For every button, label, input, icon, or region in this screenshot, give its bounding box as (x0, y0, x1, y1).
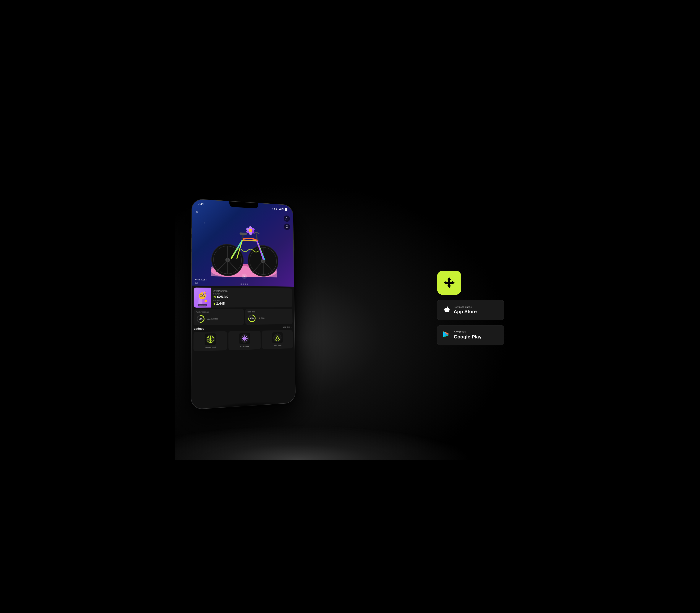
power-icon: ✳ (213, 295, 217, 299)
milestone-goal-2: 🏃 200 (258, 317, 264, 319)
app-icon (437, 271, 461, 295)
dot-1 (241, 284, 242, 285)
svg-point-61 (274, 334, 282, 342)
tier-badge: Silver Tier (198, 304, 207, 306)
rides-badge-svg (206, 335, 215, 344)
google-play-icon (442, 330, 450, 340)
google-play-text: GET IT ON Google Play (454, 331, 481, 340)
profile-avatar: Silver Tier (194, 288, 211, 308)
cyclr-value: ◆ 1,448 (213, 302, 225, 305)
phone-body: 9:41 ▲▲▲ WiFi ▐▌ ✕ ✕ (191, 198, 296, 410)
apple-logo-svg (442, 305, 450, 313)
close-overlay-button[interactable]: ✕ (242, 274, 247, 279)
main-scene: 9:41 ▲▲▲ WiFi ▐▌ ✕ ✕ (175, 153, 525, 460)
cyclr-label: CYCLR (213, 300, 225, 302)
badge-card-rides[interactable]: 25 rides streal (193, 331, 227, 351)
phone-screen: 9:41 ▲▲▲ WiFi ▐▌ ✕ ✕ (191, 199, 295, 409)
badges-header: Badges SEE ALL → (194, 326, 293, 330)
app-logo (442, 275, 457, 290)
milestone-card-2: Next mile 73% (245, 309, 293, 325)
profile-stats: @Willy.wonka POWER ✳ 625.3K (211, 288, 293, 308)
svg-line-15 (256, 234, 257, 240)
goal-label-1: 🚲 25 rides (207, 317, 218, 320)
app-store-subtitle: Download on the (454, 305, 477, 308)
dot-2 (243, 284, 244, 285)
dot-3 (245, 284, 246, 285)
svg-rect-14 (239, 232, 247, 235)
app-store-button[interactable]: Download on the App Store (437, 300, 504, 320)
badge-icon-rides (205, 334, 216, 345)
badge-name-rides: 25 rides streal (205, 347, 216, 349)
milestone-label-2: Next mile (247, 311, 290, 313)
milestone-row: Next milestone 50% (194, 309, 293, 325)
progress-ring-1: 50% (196, 314, 205, 324)
google-play-name: Google Play (454, 334, 481, 340)
goal-label-2: 🏃 200 (258, 317, 264, 319)
content-area: Silver Tier @Willy.wonka POWER ✳ (191, 286, 295, 409)
cyclr-number: 1,448 (216, 302, 225, 305)
see-all-button[interactable]: SEE ALL → (283, 326, 293, 328)
power-label: POWER (213, 293, 228, 295)
profile-card: Silver Tier @Willy.wonka POWER ✳ (194, 288, 293, 308)
ring-percent-1: 50% (198, 318, 203, 320)
miles-badge-svg (273, 333, 282, 342)
power-button (294, 240, 295, 251)
progress-ring-2: 73% (247, 314, 256, 323)
status-time: 9:41 (198, 202, 204, 206)
ride-left-label: RIDE LEFT (195, 279, 207, 281)
signal-icon: ▲▲▲ (271, 207, 278, 210)
milestone-goal-1: 🚲 25 rides (207, 317, 218, 320)
badges-section: Badges SEE ALL → (193, 326, 293, 351)
badge-icon-power (239, 333, 250, 344)
power-badge-svg (240, 334, 249, 343)
apple-icon (442, 305, 450, 315)
badge-icon-miles (272, 332, 283, 343)
milestone-label-1: Next milestone (196, 311, 242, 313)
milestone-card-1: Next milestone 50% (194, 309, 244, 325)
google-play-logo-svg (442, 330, 450, 338)
app-store-name: App Store (454, 309, 477, 314)
google-play-subtitle: GET IT ON (454, 331, 481, 334)
page-indicator (241, 284, 248, 285)
ring-percent-2: 73% (250, 317, 254, 319)
battery-icon: ▐▌ (285, 208, 288, 211)
wifi-icon: WiFi (279, 208, 284, 210)
badges-title: Badges (194, 327, 204, 330)
power-stat-row: POWER ✳ 625.3K (213, 293, 290, 299)
dot-4 (247, 284, 248, 285)
username: @Willy.wonka (213, 290, 290, 293)
image-counter: 3/6 (195, 282, 198, 284)
badge-name-miles: 200+ miles (274, 344, 282, 347)
bike-svg (209, 217, 278, 277)
badge-card-miles[interactable]: 200+ miles (262, 330, 293, 349)
app-store-text: Download on the App Store (454, 305, 477, 314)
phone-mockup: 9:41 ▲▲▲ WiFi ▐▌ ✕ ✕ (191, 198, 296, 410)
cyclr-icon: ◆ (213, 302, 216, 305)
power-number: 625.3K (217, 295, 228, 299)
power-value: ✳ 625.3K (213, 295, 228, 299)
right-panel: Download on the App Store (437, 271, 504, 345)
google-play-button[interactable]: GET IT ON Google Play (437, 325, 504, 345)
badges-grid: 25 rides streal (193, 330, 293, 351)
avatar-illustration (195, 290, 210, 305)
milestone-content-1: 50% 🚲 25 rides (196, 314, 242, 323)
milestone-content-2: 73% 🏃 200 (247, 314, 290, 323)
cyclr-stat-row: CYCLR ◆ 1,448 (213, 300, 290, 306)
status-icons: ▲▲▲ WiFi ▐▌ (271, 207, 288, 211)
badge-card-power[interactable]: 600K Power (229, 331, 261, 350)
badge-name-power: 600K Power (240, 345, 249, 348)
